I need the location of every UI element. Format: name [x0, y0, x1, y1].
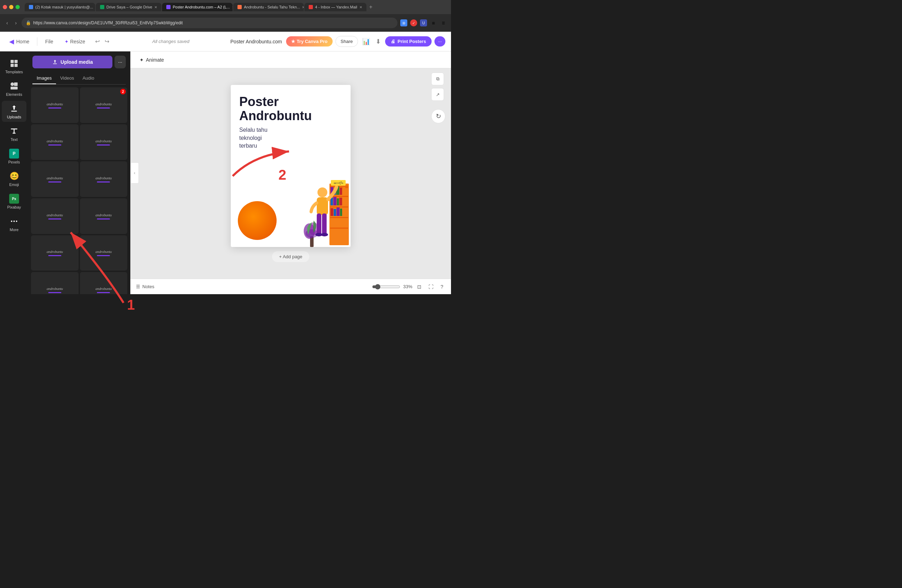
forward-button[interactable]: ›: [13, 19, 19, 27]
thumb-content-4: androbuntu: [96, 139, 112, 145]
resize-button[interactable]: ✦ Resize: [61, 37, 89, 47]
svg-rect-1: [14, 60, 17, 63]
extension-icon[interactable]: U: [420, 19, 427, 27]
list-item[interactable]: androbuntu: [31, 88, 78, 123]
tab-androbuntu[interactable]: Androbuntu - Selalu Tahu Tekn... ✕: [233, 3, 304, 11]
pexels-label: Pexels: [8, 160, 20, 164]
svg-rect-5: [14, 83, 17, 86]
svg-rect-26: [343, 187, 345, 195]
thumb-content-3: androbuntu: [47, 139, 63, 145]
close-traffic-light[interactable]: [3, 5, 7, 9]
menu-icon[interactable]: ☰: [440, 19, 447, 27]
sidebar-item-emoji[interactable]: 😊 Emoji: [2, 168, 27, 189]
share-button[interactable]: Share: [335, 36, 358, 47]
animate-icon: ✦: [139, 57, 144, 63]
sidebar-item-uploads[interactable]: Uploads: [2, 101, 27, 122]
notes-button[interactable]: ☰ Notes: [136, 284, 154, 289]
list-item[interactable]: androbuntu: [31, 272, 78, 294]
copy-canvas-button[interactable]: ⧉: [431, 73, 444, 85]
grid-icon[interactable]: ⊞: [430, 19, 437, 27]
tab-icon-yandex: [308, 5, 313, 9]
tab-videos[interactable]: Videos: [56, 73, 78, 84]
help-button[interactable]: ?: [438, 283, 445, 291]
minimize-traffic-light[interactable]: [9, 5, 13, 9]
file-button[interactable]: File: [42, 37, 57, 47]
undo-button[interactable]: ↩: [93, 37, 102, 46]
zoom-slider[interactable]: [372, 284, 400, 289]
new-tab-button[interactable]: +: [367, 4, 374, 10]
canvas-container[interactable]: Poster Androbuntu Selalu tahu teknologi …: [130, 68, 451, 279]
sidebar-item-more[interactable]: More: [2, 214, 27, 235]
extensions-icon[interactable]: ⊞: [400, 19, 407, 27]
list-item[interactable]: androbuntu: [80, 161, 128, 197]
thumb-logo-4: androbuntu: [96, 139, 112, 143]
home-button[interactable]: ◀ Home: [6, 36, 33, 48]
sidebar-item-pexels[interactable]: P Pexels: [2, 146, 27, 167]
tab-drive[interactable]: Drive Saya – Google Drive ✕: [96, 3, 161, 11]
address-bar[interactable]: 🔒 https://www.canva.com/design/DAE1UVfM_…: [22, 17, 398, 28]
download-button[interactable]: ⬇: [374, 36, 382, 47]
upload-media-button[interactable]: Upload media: [33, 56, 113, 68]
tab-images[interactable]: Images: [33, 73, 56, 84]
stats-button[interactable]: 📊: [361, 36, 371, 47]
add-page-button[interactable]: + Add page: [272, 251, 309, 262]
maximize-traffic-light[interactable]: [16, 5, 20, 9]
more-header-button[interactable]: ···: [434, 36, 445, 47]
page-view-button[interactable]: ⊡: [415, 283, 423, 291]
text-label: Text: [11, 138, 17, 142]
list-item[interactable]: androbuntu: [80, 272, 128, 294]
design-canvas[interactable]: Poster Androbuntu Selalu tahu teknologi …: [231, 85, 351, 247]
more-dots-icon: [9, 216, 19, 226]
svg-rect-25: [340, 188, 342, 195]
thumb-content-11: androbuntu: [47, 286, 63, 293]
tab-close-androbuntu[interactable]: ✕: [302, 5, 304, 9]
list-item[interactable]: androbuntu: [31, 124, 78, 160]
tab-close-yandex[interactable]: ✕: [359, 5, 362, 9]
print-button[interactable]: 🖨 Print Posters: [385, 36, 432, 47]
elements-icon: [9, 81, 19, 91]
sidebar-item-templates[interactable]: Templates: [2, 56, 27, 77]
list-item[interactable]: androbuntu: [31, 161, 78, 197]
upload-more-button[interactable]: ···: [114, 56, 126, 68]
svg-rect-35: [340, 208, 342, 216]
export-canvas-button[interactable]: ↗: [431, 88, 444, 101]
header-actions: ★ Try Canva Pro Share 📊 ⬇ 🖨 Print Poster…: [286, 36, 445, 47]
panel-scroll[interactable]: androbuntu androbuntu 2: [28, 84, 130, 294]
fullscreen-button[interactable]: ⛶: [426, 283, 435, 291]
try-pro-button[interactable]: ★ Try Canva Pro: [286, 36, 332, 47]
list-item[interactable]: androbuntu: [80, 124, 128, 160]
tab-mail1[interactable]: (2) Kotak masuk | yusyulianto@... ✕: [25, 3, 95, 11]
thumb-bar-7: [48, 219, 61, 219]
elements-label: Elements: [6, 92, 22, 97]
tab-audio[interactable]: Audio: [78, 73, 98, 84]
list-item[interactable]: androbuntu: [80, 199, 128, 234]
refresh-canvas-button[interactable]: ↻: [431, 109, 445, 123]
sidebar-item-elements[interactable]: Elements: [2, 78, 27, 99]
profile-icon[interactable]: ✓: [410, 19, 417, 27]
tab-close-canva[interactable]: ✕: [232, 5, 233, 9]
templates-label: Templates: [5, 70, 23, 74]
thumb-content-9: androbuntu: [47, 249, 63, 256]
tab-icon-drive: [100, 5, 104, 9]
tab-yandex[interactable]: 4 - Inbox — Yandex.Mail ✕: [304, 3, 366, 11]
browser-nav: ‹ › 🔒 https://www.canva.com/design/DAE1U…: [0, 14, 451, 32]
tab-canva[interactable]: Poster Androbuntu.com – A2 (L... ✕: [162, 3, 233, 11]
sidebar-item-pixabay[interactable]: Px Pixabay: [2, 191, 27, 212]
star-icon: ★: [291, 39, 295, 44]
print-label: Print Posters: [398, 39, 426, 44]
pixabay-label: Pixabay: [7, 205, 21, 209]
tab-close-drive[interactable]: ✕: [154, 5, 157, 9]
redo-button[interactable]: ↪: [103, 37, 111, 46]
list-item[interactable]: androbuntu: [31, 235, 78, 271]
emoji-icon: 😊: [9, 171, 19, 181]
list-item[interactable]: androbuntu: [31, 199, 78, 234]
list-item[interactable]: androbuntu 2: [80, 88, 128, 123]
sidebar-item-text[interactable]: Text: [2, 123, 27, 144]
animate-button[interactable]: ✦ Animate: [136, 55, 168, 65]
images-grid: androbuntu androbuntu 2: [28, 84, 130, 294]
collapse-panel-button[interactable]: ‹: [130, 163, 139, 183]
thumb-bar-12: [97, 292, 110, 293]
back-button[interactable]: ‹: [4, 19, 10, 27]
list-item[interactable]: androbuntu: [80, 235, 128, 271]
svg-rect-0: [11, 60, 14, 63]
